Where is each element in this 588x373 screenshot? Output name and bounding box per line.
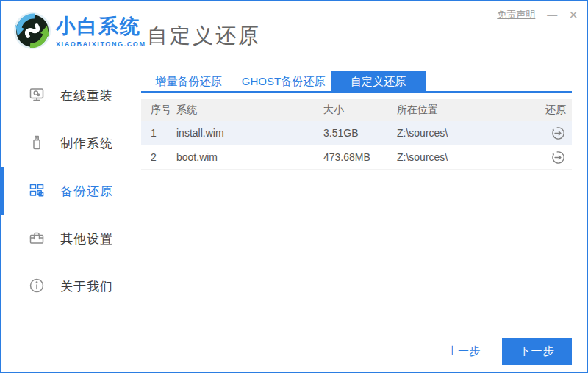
table-row[interactable]: 2 boot.wim 473.68MB Z:\sources\ bbox=[141, 145, 572, 170]
sidebar-item-about-us[interactable]: 关于我们 bbox=[1, 263, 141, 311]
app-window: 小白系统 XIAOBAIXITONG.COM 自定义还原 免责声明 — × 在线… bbox=[0, 0, 588, 373]
cell-system: install.wim bbox=[176, 127, 323, 139]
sidebar-item-online-reinstall[interactable]: 在线重装 bbox=[1, 72, 141, 120]
cell-location: Z:\sources\ bbox=[397, 151, 525, 163]
sidebar-item-label: 关于我们 bbox=[60, 278, 113, 295]
cell-index: 2 bbox=[147, 151, 176, 163]
footer: 上一步 下一步 bbox=[140, 327, 572, 372]
tab-ghost-backup-restore[interactable]: GHOST备份还原 bbox=[236, 71, 331, 91]
table-row[interactable]: 1 install.wim 3.51GB Z:\sources\ bbox=[141, 121, 572, 145]
close-icon[interactable]: × bbox=[569, 7, 578, 22]
table-header: 序号 系统 大小 所在位置 还原 bbox=[141, 99, 572, 121]
cell-system: boot.wim bbox=[176, 151, 323, 163]
sidebar-item-make-system[interactable]: 制作系统 bbox=[1, 120, 141, 167]
restore-icon[interactable] bbox=[551, 126, 566, 141]
cell-size: 473.68MB bbox=[323, 151, 397, 163]
monitor-icon bbox=[28, 86, 46, 106]
tab-bar: 增量备份还原 GHOST备份还原 自定义还原 bbox=[141, 71, 572, 93]
brand-block: 小白系统 XIAOBAIXITONG.COM bbox=[56, 16, 146, 48]
column-header-system: 系统 bbox=[176, 104, 323, 117]
toolbox-icon bbox=[28, 229, 46, 250]
cell-index: 1 bbox=[147, 127, 176, 139]
next-step-button[interactable]: 下一步 bbox=[502, 338, 572, 365]
backup-grid-icon bbox=[28, 181, 46, 202]
sidebar-item-other-settings[interactable]: 其他设置 bbox=[1, 215, 141, 263]
info-icon bbox=[28, 277, 46, 297]
backup-table: 序号 系统 大小 所在位置 还原 1 install.wim 3.51GB Z:… bbox=[141, 99, 572, 170]
brand-logo-icon bbox=[13, 12, 51, 50]
sidebar-item-label: 备份还原 bbox=[60, 183, 113, 200]
sidebar-item-label: 制作系统 bbox=[60, 135, 113, 152]
brand-domain: XIAOBAIXITONG.COM bbox=[56, 40, 146, 48]
sidebar: 在线重装 制作系统 备份还原 bbox=[1, 66, 141, 372]
minimize-icon[interactable]: — bbox=[547, 10, 557, 20]
usb-drive-icon bbox=[28, 134, 46, 154]
page-title: 自定义还原 bbox=[147, 22, 261, 50]
disclaimer-link[interactable]: 免责声明 bbox=[497, 8, 535, 21]
tab-incremental-backup-restore[interactable]: 增量备份还原 bbox=[141, 71, 236, 91]
cell-size: 3.51GB bbox=[323, 127, 397, 139]
tab-custom-restore[interactable]: 自定义还原 bbox=[331, 71, 426, 91]
column-header-location: 所在位置 bbox=[397, 104, 525, 117]
sidebar-item-label: 其他设置 bbox=[60, 231, 113, 247]
cell-location: Z:\sources\ bbox=[397, 127, 525, 139]
window-controls: 免责声明 — × bbox=[497, 7, 578, 22]
column-header-restore: 还原 bbox=[545, 104, 566, 117]
column-header-index: 序号 bbox=[147, 104, 176, 117]
column-header-size: 大小 bbox=[323, 104, 397, 117]
prev-step-button[interactable]: 上一步 bbox=[447, 344, 480, 358]
sidebar-item-backup-restore[interactable]: 备份还原 bbox=[1, 167, 141, 215]
sidebar-item-label: 在线重装 bbox=[60, 87, 113, 104]
brand-name: 小白系统 bbox=[56, 16, 146, 38]
restore-icon[interactable] bbox=[551, 150, 566, 165]
